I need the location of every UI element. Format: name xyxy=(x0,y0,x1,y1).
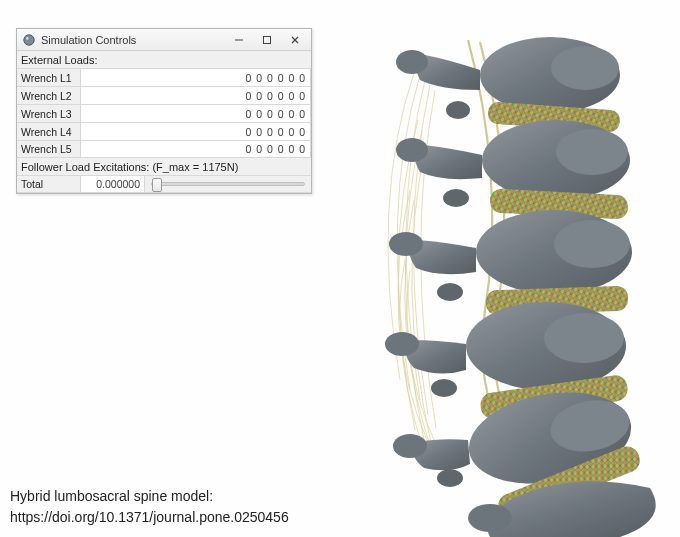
svg-point-12 xyxy=(556,129,628,175)
follower-slider-cell xyxy=(145,176,311,192)
wrench-row: Wrench L5 0 0 0 0 0 0 xyxy=(17,140,311,158)
follower-slider[interactable] xyxy=(151,182,305,186)
svg-point-20 xyxy=(544,313,624,363)
wrench-l3-label: Wrench L3 xyxy=(17,105,81,122)
caption-line1: Hybrid lumbosacral spine model: xyxy=(10,486,289,506)
wrench-l2-field[interactable]: 0 0 0 0 0 0 xyxy=(81,87,311,104)
wrench-l4-label: Wrench L4 xyxy=(17,123,81,140)
follower-total-label: Total xyxy=(17,176,81,192)
wrench-l5-label: Wrench L5 xyxy=(17,141,81,157)
svg-point-27 xyxy=(468,504,512,532)
window-buttons xyxy=(225,30,309,50)
follower-total-value[interactable]: 0.000000 xyxy=(81,176,145,192)
wrench-row: Wrench L4 0 0 0 0 0 0 xyxy=(17,122,311,140)
svg-point-28 xyxy=(446,101,470,119)
svg-point-31 xyxy=(431,379,457,397)
svg-point-16 xyxy=(554,220,630,268)
slider-thumb[interactable] xyxy=(152,178,162,192)
svg-point-30 xyxy=(437,283,463,301)
caption-line2: https://doi.org/10.1371/journal.pone.025… xyxy=(10,507,289,527)
svg-rect-3 xyxy=(264,36,271,43)
spine-3d-view[interactable] xyxy=(340,0,680,537)
wrench-l1-label: Wrench L1 xyxy=(17,69,81,86)
svg-point-17 xyxy=(389,232,423,256)
wrench-l4-field[interactable]: 0 0 0 0 0 0 xyxy=(81,123,311,140)
svg-point-1 xyxy=(26,37,29,40)
wrench-row: Wrench L1 0 0 0 0 0 0 xyxy=(17,68,311,86)
window-title: Simulation Controls xyxy=(41,34,225,46)
simulation-controls-window: Simulation Controls External Loads: Wren… xyxy=(16,28,312,194)
wrench-l2-label: Wrench L2 xyxy=(17,87,81,104)
svg-point-32 xyxy=(437,469,463,487)
svg-point-8 xyxy=(551,46,619,90)
follower-load-label: Follower Load Excitations: (F_max = 1175… xyxy=(17,158,311,175)
wrench-row: Wrench L2 0 0 0 0 0 0 xyxy=(17,86,311,104)
wrench-row: Wrench L3 0 0 0 0 0 0 xyxy=(17,104,311,122)
svg-point-25 xyxy=(393,434,427,458)
svg-point-21 xyxy=(385,332,419,356)
svg-point-0 xyxy=(24,34,34,44)
wrench-l5-field[interactable]: 0 0 0 0 0 0 xyxy=(81,141,311,157)
app-icon xyxy=(22,33,36,47)
external-loads-label: External Loads: xyxy=(17,51,311,68)
follower-row: Total 0.000000 xyxy=(17,175,311,193)
wrench-l3-field[interactable]: 0 0 0 0 0 0 xyxy=(81,105,311,122)
titlebar[interactable]: Simulation Controls xyxy=(17,29,311,51)
maximize-button[interactable] xyxy=(253,30,281,50)
close-button[interactable] xyxy=(281,30,309,50)
svg-point-29 xyxy=(443,189,469,207)
wrench-l1-field[interactable]: 0 0 0 0 0 0 xyxy=(81,69,311,86)
minimize-button[interactable] xyxy=(225,30,253,50)
svg-point-9 xyxy=(396,50,428,74)
caption: Hybrid lumbosacral spine model: https://… xyxy=(10,486,289,527)
svg-point-13 xyxy=(396,138,428,162)
